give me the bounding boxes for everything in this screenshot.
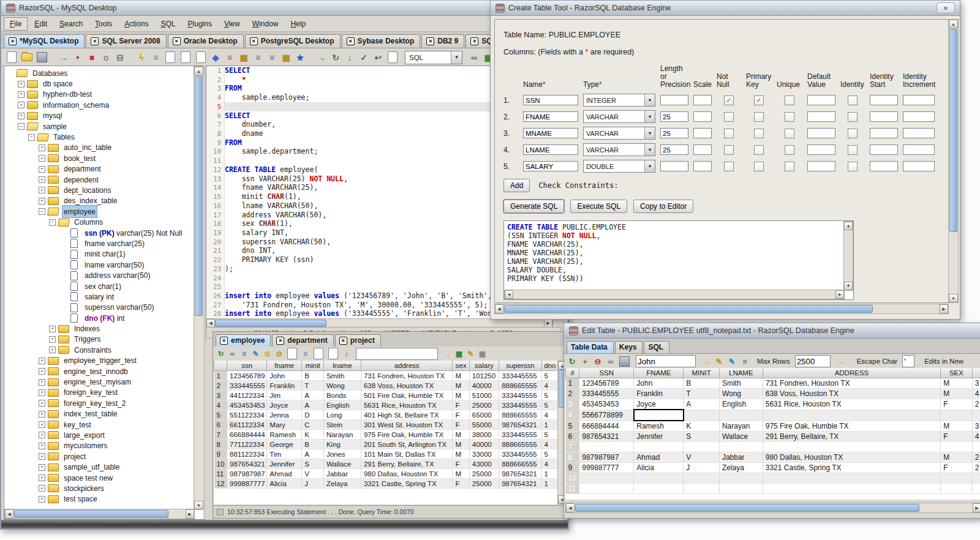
save-icon[interactable]: [619, 356, 630, 367]
table-cell[interactable]: V: [684, 452, 720, 463]
connection-tab-db2-9[interactable]: ✕DB2 9: [421, 34, 464, 48]
table-cell[interactable]: 888666555: [499, 459, 541, 469]
table-cell[interactable]: 25000: [469, 469, 499, 479]
connection-tab-oracle-desktop[interactable]: ✕Oracle Desktop: [168, 34, 244, 48]
table-cell[interactable]: F: [941, 399, 973, 410]
table-cell[interactable]: B: [302, 440, 324, 449]
table-cell[interactable]: 666884444: [227, 430, 267, 440]
collapse-minus-icon[interactable]: −: [39, 208, 45, 215]
table-cell[interactable]: A: [684, 399, 720, 410]
table-cell[interactable]: 987987987: [579, 452, 634, 463]
table-cell[interactable]: Jennifer: [267, 459, 302, 469]
table-cell[interactable]: Wong: [719, 389, 763, 399]
row-number-cell[interactable]: 6: [214, 420, 227, 430]
table-cell[interactable]: B: [684, 378, 720, 389]
edit-icon[interactable]: ✎: [726, 356, 737, 367]
edit-col-[interactable]: #: [566, 368, 579, 378]
tree-item-mycustomers[interactable]: +mycustomers: [5, 441, 194, 451]
go-icon[interactable]: →: [442, 348, 453, 359]
identity-start-input[interactable]: [870, 128, 898, 138]
table-cell[interactable]: 55000: [469, 420, 499, 430]
go-icon[interactable]: →: [315, 51, 328, 64]
table-cell[interactable]: 4: [972, 389, 980, 399]
not-null-checkbox[interactable]: ✓: [724, 96, 734, 105]
row-number-cell[interactable]: 6: [566, 432, 579, 442]
table-cell[interactable]: King: [323, 440, 361, 449]
identity-start-input[interactable]: [870, 144, 898, 155]
tree-item-foreign-key-test-2[interactable]: +foreign_key_test_2: [5, 398, 194, 408]
table-cell[interactable]: F: [941, 432, 973, 442]
scroll-right-arrow[interactable]: ▶: [186, 509, 194, 519]
table-cell[interactable]: 291 Berry, Bellaire, TX: [361, 459, 452, 469]
table-cell[interactable]: 5: [541, 391, 558, 400]
collapse-minus-icon[interactable]: −: [18, 123, 24, 130]
table-cell[interactable]: [941, 410, 973, 421]
default-value-input[interactable]: [807, 144, 835, 155]
copy-icon[interactable]: [314, 348, 323, 359]
chevron-down-icon[interactable]: ▼: [644, 144, 655, 156]
table-cell[interactable]: M: [941, 378, 973, 389]
table-cell[interactable]: M: [941, 421, 973, 432]
table-cell[interactable]: Ahmad: [267, 469, 302, 479]
unique-checkbox[interactable]: [785, 145, 794, 155]
expand-plus-icon[interactable]: +: [18, 81, 24, 88]
table-cell[interactable]: Franklin: [634, 389, 684, 399]
column-type-select[interactable]: VARCHAR▼: [583, 110, 655, 123]
table-cell[interactable]: 501 Fire Oak, Humble TX: [361, 391, 452, 400]
edit-col-sex[interactable]: SEX: [941, 368, 973, 378]
tree-item-employee-trigger-test[interactable]: +employee_trigger_test: [5, 356, 194, 366]
table-cell[interactable]: Jabbar: [719, 452, 763, 463]
table-cell[interactable]: 1: [541, 469, 558, 479]
excel-export-icon[interactable]: ▦: [477, 348, 488, 359]
row-number-header[interactable]: [214, 361, 227, 371]
table-cell[interactable]: John: [267, 371, 302, 381]
menu-item-actions[interactable]: Actions: [119, 18, 154, 30]
table-cell[interactable]: [763, 442, 940, 452]
table-cell[interactable]: 291 Berry, Bellaire, TX: [763, 432, 940, 442]
column-name-input[interactable]: [523, 128, 578, 138]
table-cell[interactable]: S: [302, 459, 324, 469]
tree-item-lname-varchar-50[interactable]: lname varchar(50): [5, 260, 194, 270]
scale-input[interactable]: [693, 128, 712, 138]
tab-close-icon[interactable]: ✕: [426, 37, 434, 45]
connection-tab-sybase-desktop[interactable]: ✕Sybase Desktop: [342, 34, 421, 48]
table-cell[interactable]: 4: [541, 440, 558, 449]
close-icon[interactable]: ✕: [937, 2, 955, 13]
tree-item-stockpickers[interactable]: +stockpickers: [5, 483, 194, 493]
table-cell[interactable]: M: [453, 449, 469, 459]
table-cell[interactable]: English: [719, 399, 763, 410]
table-cell[interactable]: Joyce: [267, 400, 302, 410]
menu-item-tools[interactable]: Tools: [89, 18, 118, 30]
fetch-icon[interactable]: ↓: [344, 51, 356, 64]
table-cell[interactable]: M: [453, 391, 469, 400]
length-input[interactable]: [660, 95, 688, 105]
table-cell[interactable]: 5: [541, 430, 558, 440]
table-cell[interactable]: Tim: [267, 449, 302, 459]
primary-key-checkbox[interactable]: ✓: [754, 96, 764, 105]
table-cell[interactable]: Ramesh: [634, 421, 684, 432]
table-cell[interactable]: English: [323, 400, 361, 410]
export-grid-icon[interactable]: ▦: [454, 348, 464, 359]
identity-checkbox[interactable]: [848, 96, 858, 105]
scroll-right-arrow[interactable]: ▶: [973, 503, 980, 512]
table-cell[interactable]: [684, 442, 720, 452]
table-cell[interactable]: [972, 410, 980, 421]
table-cell[interactable]: F: [453, 400, 469, 410]
tree-item-ssn-pk[interactable]: ssn (PK) varchar(25) Not Null: [5, 228, 194, 238]
unique-checkbox[interactable]: [785, 129, 794, 138]
results-col-ssn[interactable]: ssn: [227, 361, 267, 371]
scroll-right-arrow[interactable]: ▶: [940, 304, 948, 313]
expand-plus-icon[interactable]: +: [39, 358, 45, 364]
table-cell[interactable]: 3321 Castle, Spring TX: [361, 479, 452, 489]
scroll-right-arrow[interactable]: ▶: [544, 319, 552, 328]
table-cell[interactable]: [634, 473, 684, 484]
table-cell[interactable]: 3: [972, 378, 980, 389]
table-cell[interactable]: 551122334: [227, 410, 267, 420]
edit-table-icon[interactable]: ▦: [280, 51, 292, 64]
results-tab-employee[interactable]: ✕employee: [216, 334, 271, 347]
open-file-icon[interactable]: [21, 53, 32, 61]
table-cell[interactable]: 51000: [469, 391, 499, 400]
expand-plus-icon[interactable]: +: [39, 389, 45, 396]
row-number-cell[interactable]: 5: [566, 421, 579, 432]
table-cell[interactable]: 333445555: [499, 391, 541, 400]
